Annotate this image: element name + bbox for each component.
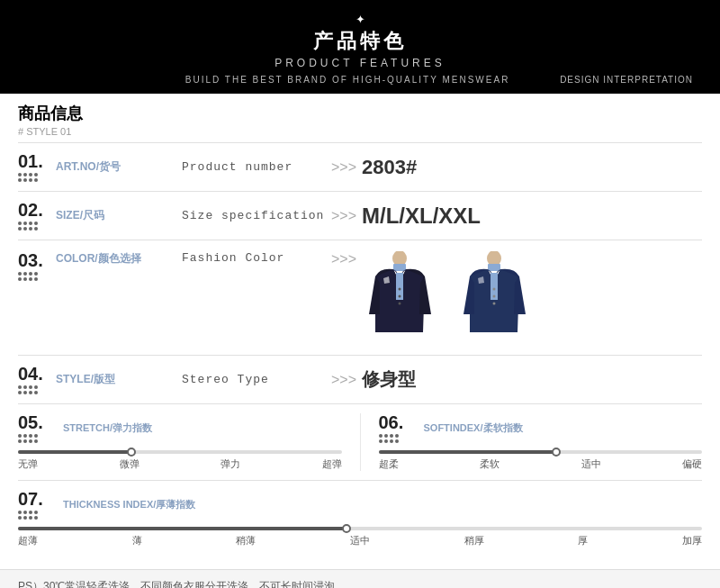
col-stretch: 05. STRETCH/弹力指数 无弹 微弹 弹力 超弹 xyxy=(18,413,361,471)
row-thickness: 07. THICKNESS INDEX/厚薄指数 超薄 薄 稍薄 适中 稍厚 厚… xyxy=(18,480,702,556)
color-images xyxy=(362,251,533,346)
row-num-01: 01. xyxy=(18,152,56,182)
stretch-thumb xyxy=(127,448,136,457)
stretch-label-1: 微弹 xyxy=(120,457,140,471)
thickness-label-2: 稍薄 xyxy=(236,534,256,547)
row-num-07: 07. xyxy=(18,490,56,520)
thickness-labels: 超薄 薄 稍薄 适中 稍厚 厚 加厚 xyxy=(18,534,702,547)
suit-figure-dark xyxy=(362,251,438,346)
num-label-03: 03. xyxy=(18,251,56,269)
stretch-slider: 无弹 微弹 弹力 超弹 xyxy=(18,450,342,471)
num-label-07: 07. xyxy=(18,490,56,508)
header-sub: BUILD THE BEST BRAND OF HIGH-QUALITY MEN… xyxy=(9,69,711,85)
label-en-02: SIZE/尺码 xyxy=(56,209,104,222)
thickness-label-5: 厚 xyxy=(578,534,588,547)
label-en-01: ART.NO/货号 xyxy=(56,160,121,173)
stretch-header: 05. STRETCH/弹力指数 xyxy=(18,413,342,443)
svg-rect-8 xyxy=(488,264,500,271)
row-arrow-04: >>> xyxy=(326,372,362,388)
row-field-03: Fashion Color xyxy=(182,251,326,265)
header-icon: ✦ xyxy=(356,13,365,26)
row-num-06: 06. xyxy=(379,413,417,443)
header-title-en: PRODUCT FEATURES xyxy=(9,57,711,69)
row-color: 03. COLOR/颜色选择 Fashion Color >>> xyxy=(18,240,702,355)
thickness-track xyxy=(18,527,702,530)
ps-note: PS）30℃常温轻柔洗涤，不同颜色衣服分开洗涤，不可长时间浸泡。 xyxy=(0,569,720,588)
num-grid-05 xyxy=(18,434,56,443)
row-style: 04. STYLE/版型 Stereo Type >>> 修身型 xyxy=(18,355,702,403)
thickness-slider: 超薄 薄 稍薄 适中 稍厚 厚 加厚 xyxy=(18,527,702,547)
thickness-fill xyxy=(18,527,346,530)
header-subtitle-right: DESIGN INTERPRETATION xyxy=(560,75,693,85)
softindex-label-0: 超柔 xyxy=(379,457,399,471)
suit-figure-navy xyxy=(456,251,533,346)
row-product-number: 01. ART.NO/货号 Product number >>> 2803# xyxy=(18,142,702,191)
stretch-labels: 无弹 微弹 弹力 超弹 xyxy=(18,457,342,471)
svg-rect-1 xyxy=(393,264,406,271)
thickness-label: THICKNESS INDEX/厚薄指数 xyxy=(63,498,195,511)
page-header: ✦ 产品特色 PRODUCT FEATURES BUILD THE BEST B… xyxy=(0,0,720,94)
row-num-05: 05. xyxy=(18,413,56,443)
softindex-thumb xyxy=(552,448,561,457)
softindex-label-2: 适中 xyxy=(581,457,601,471)
row-label-01: ART.NO/货号 xyxy=(56,159,182,175)
thickness-label-4: 稍厚 xyxy=(464,534,484,547)
label-en-03: COLOR/颜色选择 xyxy=(56,252,141,265)
row-label-04: STYLE/版型 xyxy=(56,372,182,387)
main-content: 商品信息 # STYLE 01 01. ART.NO/货号 Product nu… xyxy=(0,94,720,565)
thickness-thumb xyxy=(342,524,351,533)
row-label-03: COLOR/颜色选择 xyxy=(56,251,182,267)
svg-point-11 xyxy=(493,295,496,298)
thickness-label-0: 超薄 xyxy=(18,534,38,547)
row-num-02: 02. xyxy=(18,201,56,231)
svg-point-10 xyxy=(493,288,496,291)
svg-point-4 xyxy=(399,295,401,298)
svg-point-3 xyxy=(399,288,401,291)
stretch-label-3: 超弹 xyxy=(322,457,342,471)
row-arrow-03: >>> xyxy=(326,251,362,267)
thickness-header: 07. THICKNESS INDEX/厚薄指数 xyxy=(18,490,702,520)
num-label-02: 02. xyxy=(18,201,56,219)
stretch-fill xyxy=(18,450,131,454)
row-arrow-02: >>> xyxy=(326,208,362,224)
num-grid-02 xyxy=(18,222,56,231)
num-grid-04 xyxy=(18,385,56,394)
softindex-slider: 超柔 柔软 适中 偏硬 xyxy=(379,450,703,471)
num-grid-07 xyxy=(18,511,56,520)
softindex-label-1: 柔软 xyxy=(480,457,500,471)
section-title: 商品信息 xyxy=(18,103,702,124)
row-num-04: 04. xyxy=(18,365,56,394)
softindex-header: 06. SOFTINDEX/柔软指数 xyxy=(379,413,703,443)
thickness-label-6: 加厚 xyxy=(682,534,702,547)
softindex-label: SOFTINDEX/柔软指数 xyxy=(424,421,523,435)
row-field-02: Size specification xyxy=(182,209,326,222)
softindex-labels: 超柔 柔软 适中 偏硬 xyxy=(379,457,703,471)
row-sliders-05-06: 05. STRETCH/弹力指数 无弹 微弹 弹力 超弹 xyxy=(18,403,702,480)
header-title-zh: 产品特色 xyxy=(9,28,711,55)
section-subtitle: # STYLE 01 xyxy=(18,126,702,137)
row-num-03: 03. xyxy=(18,251,56,281)
label-en-04: STYLE/版型 xyxy=(56,373,115,385)
thickness-label-3: 适中 xyxy=(350,534,370,547)
softindex-fill xyxy=(379,450,557,454)
row-value-02: M/L/XL/XXL xyxy=(362,204,702,229)
row-field-01: Product number xyxy=(182,160,326,174)
stretch-label: STRETCH/弹力指数 xyxy=(63,421,152,435)
row-field-04: Stereo Type xyxy=(182,373,326,386)
row-size: 02. SIZE/尺码 Size specification >>> M/L/X… xyxy=(18,191,702,240)
softindex-label-3: 偏硬 xyxy=(682,457,702,471)
num-label-04: 04. xyxy=(18,365,56,383)
row-label-02: SIZE/尺码 xyxy=(56,208,182,223)
row-value-04: 修身型 xyxy=(362,367,702,392)
svg-point-5 xyxy=(399,303,401,305)
num-label-05: 05. xyxy=(18,413,56,431)
thickness-label-1: 薄 xyxy=(132,534,142,547)
svg-point-12 xyxy=(493,303,496,305)
num-grid-01 xyxy=(18,173,56,182)
stretch-label-0: 无弹 xyxy=(18,457,38,471)
row-value-01: 2803# xyxy=(362,156,702,179)
num-grid-06 xyxy=(379,434,417,443)
num-label-06: 06. xyxy=(379,413,417,431)
row-arrow-01: >>> xyxy=(326,159,362,176)
num-grid-03 xyxy=(18,272,56,281)
